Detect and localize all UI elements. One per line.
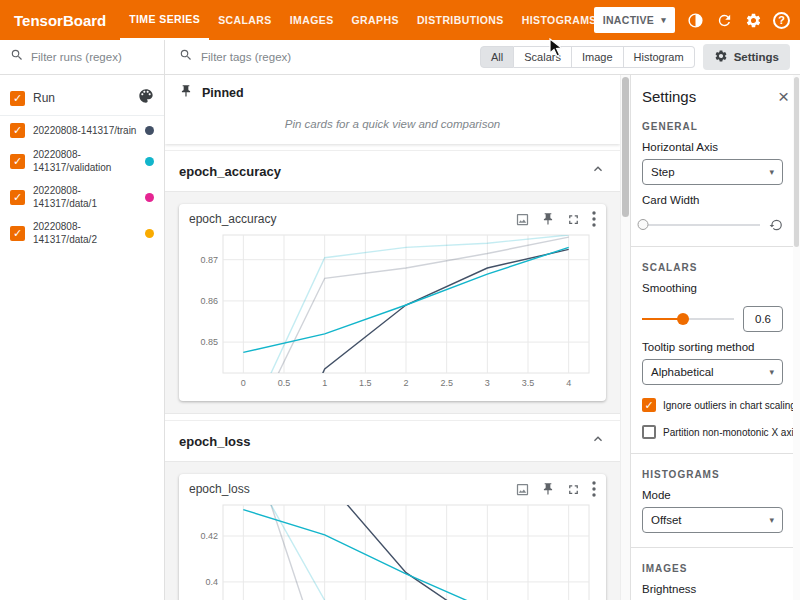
gear-icon bbox=[714, 49, 728, 65]
run-label: 20220808-141317/data/2 bbox=[33, 220, 137, 246]
card-width-slider[interactable] bbox=[642, 224, 760, 226]
scalar-card-epoch-accuracy: epoch_accuracy bbox=[179, 204, 606, 401]
scalars-section-label: SCALARS bbox=[642, 262, 789, 273]
svg-text:1: 1 bbox=[322, 378, 327, 388]
settings-gear-icon[interactable] bbox=[744, 11, 762, 29]
filter-all-button[interactable]: All bbox=[480, 46, 514, 68]
section-body-epoch-accuracy: epoch_accuracy bbox=[165, 191, 620, 414]
run-row-train[interactable]: 20220808-141317/train bbox=[0, 118, 164, 143]
run-row-data-2[interactable]: 20220808-141317/data/2 bbox=[0, 215, 164, 251]
settings-scrollbar[interactable] bbox=[793, 75, 800, 600]
slider-thumb[interactable] bbox=[677, 313, 689, 325]
run-color-dot bbox=[145, 126, 154, 135]
smoothing-label: Smoothing bbox=[642, 282, 789, 294]
scrollbar-thumb[interactable] bbox=[622, 77, 629, 217]
fullscreen-icon[interactable] bbox=[566, 212, 581, 227]
partition-x-axis-row[interactable]: Partition non-monotonic X axis i bbox=[642, 425, 789, 439]
tab-distributions[interactable]: DISTRIBUTIONS bbox=[408, 0, 513, 40]
scalar-card-epoch-loss: epoch_loss bbox=[179, 474, 606, 600]
full-size-toggle-icon[interactable] bbox=[515, 212, 530, 227]
pinned-header: Pinned bbox=[165, 75, 620, 108]
tooltip-sorting-label: Tooltip sorting method bbox=[642, 341, 789, 353]
section-header-epoch-accuracy[interactable]: epoch_accuracy bbox=[165, 150, 620, 191]
tab-histograms[interactable]: HISTOGRAMS bbox=[513, 0, 606, 40]
svg-text:0.42: 0.42 bbox=[200, 531, 218, 541]
partition-x-axis-checkbox[interactable] bbox=[642, 425, 656, 439]
run-row-data-1[interactable]: 20220808-141317/data/1 bbox=[0, 179, 164, 215]
reset-default-icon[interactable] bbox=[769, 218, 783, 232]
section-body-epoch-loss: epoch_loss bbox=[165, 461, 620, 600]
ignore-outliers-label: Ignore outliers in chart scaling bbox=[663, 400, 793, 411]
tab-graphs[interactable]: GRAPHS bbox=[343, 0, 408, 40]
run-row-validation[interactable]: 20220808-141317/validation bbox=[0, 143, 164, 179]
help-icon[interactable]: ? bbox=[773, 12, 790, 29]
images-section-label: IMAGES bbox=[642, 563, 789, 574]
filter-runs-input[interactable] bbox=[31, 51, 154, 63]
histograms-section-label: HISTOGRAMS bbox=[642, 469, 789, 480]
section-title: epoch_loss bbox=[179, 434, 251, 449]
more-options-icon[interactable] bbox=[592, 211, 596, 227]
epoch-loss-chart[interactable]: 00.511.522.533.540.360.380.40.42 bbox=[187, 497, 599, 600]
run-checkbox[interactable] bbox=[10, 190, 25, 205]
horizontal-axis-select[interactable]: Step▾ bbox=[642, 159, 783, 185]
run-color-dot bbox=[145, 229, 154, 238]
histogram-mode-select[interactable]: Offset▾ bbox=[642, 507, 783, 533]
svg-text:0.86: 0.86 bbox=[200, 296, 218, 306]
svg-text:0.5: 0.5 bbox=[278, 378, 291, 388]
settings-panel: Settings × GENERAL Horizontal Axis Step▾… bbox=[630, 75, 800, 600]
ignore-outliers-row[interactable]: Ignore outliers in chart scaling bbox=[642, 398, 789, 412]
svg-text:0.87: 0.87 bbox=[200, 255, 218, 265]
palette-icon[interactable] bbox=[138, 88, 154, 108]
select-all-runs-checkbox[interactable] bbox=[10, 91, 25, 106]
pin-card-icon[interactable] bbox=[541, 212, 555, 226]
histogram-mode-label: Mode bbox=[642, 489, 789, 501]
tag-type-filter-group: All Scalars Image Histogram bbox=[480, 46, 695, 68]
svg-text:4: 4 bbox=[566, 378, 571, 388]
status-dropdown[interactable]: INACTIVE ▾ bbox=[594, 7, 675, 33]
runs-filter-box bbox=[0, 40, 165, 74]
card-actions bbox=[515, 481, 596, 497]
collapse-section-icon[interactable] bbox=[590, 161, 606, 181]
tab-images[interactable]: IMAGES bbox=[281, 0, 343, 40]
collapse-section-icon[interactable] bbox=[590, 431, 606, 451]
general-section-label: GENERAL bbox=[642, 121, 789, 132]
partition-x-axis-label: Partition non-monotonic X axis bbox=[663, 427, 793, 438]
ignore-outliers-checkbox[interactable] bbox=[642, 398, 656, 412]
fullscreen-icon[interactable] bbox=[566, 482, 581, 497]
filter-histogram-button[interactable]: Histogram bbox=[624, 46, 695, 68]
epoch-accuracy-chart[interactable]: 00.511.522.533.540.850.860.87 bbox=[187, 227, 599, 389]
scrollbar-thumb[interactable] bbox=[794, 77, 799, 247]
theme-toggle-icon[interactable] bbox=[686, 11, 704, 29]
smoothing-value-input[interactable]: 0.6 bbox=[743, 306, 783, 332]
chevron-down-icon: ▾ bbox=[769, 367, 774, 377]
svg-text:0: 0 bbox=[241, 378, 246, 388]
filter-scalars-button[interactable]: Scalars bbox=[514, 46, 572, 68]
brightness-label: Brightness bbox=[642, 583, 789, 595]
section-header-epoch-loss[interactable]: epoch_loss bbox=[165, 420, 620, 461]
tab-scalars[interactable]: SCALARS bbox=[209, 0, 281, 40]
tooltip-sorting-select[interactable]: Alphabetical▾ bbox=[642, 359, 783, 385]
refresh-icon[interactable] bbox=[715, 11, 733, 29]
filter-image-button[interactable]: Image bbox=[572, 46, 624, 68]
smoothing-slider[interactable] bbox=[642, 318, 734, 320]
tab-time-series[interactable]: TIME SERIES bbox=[120, 0, 209, 40]
card-header: epoch_loss bbox=[187, 479, 598, 497]
runs-header-row: Run bbox=[0, 81, 164, 116]
main-scrollbar[interactable] bbox=[620, 75, 630, 600]
card-header: epoch_accuracy bbox=[187, 209, 598, 227]
filter-tags-input[interactable] bbox=[201, 51, 472, 63]
svg-text:3: 3 bbox=[485, 378, 490, 388]
status-dropdown-value: INACTIVE bbox=[603, 14, 654, 26]
run-checkbox[interactable] bbox=[10, 123, 25, 138]
more-options-icon[interactable] bbox=[592, 481, 596, 497]
full-size-toggle-icon[interactable] bbox=[515, 482, 530, 497]
run-checkbox[interactable] bbox=[10, 226, 25, 241]
section-title: epoch_accuracy bbox=[179, 164, 281, 179]
close-icon[interactable]: × bbox=[778, 87, 789, 106]
card-actions bbox=[515, 211, 596, 227]
settings-button[interactable]: Settings bbox=[703, 44, 790, 70]
tags-filter-box bbox=[179, 48, 472, 66]
run-checkbox[interactable] bbox=[10, 154, 25, 169]
pin-card-icon[interactable] bbox=[541, 482, 555, 496]
slider-thumb[interactable] bbox=[638, 219, 649, 230]
